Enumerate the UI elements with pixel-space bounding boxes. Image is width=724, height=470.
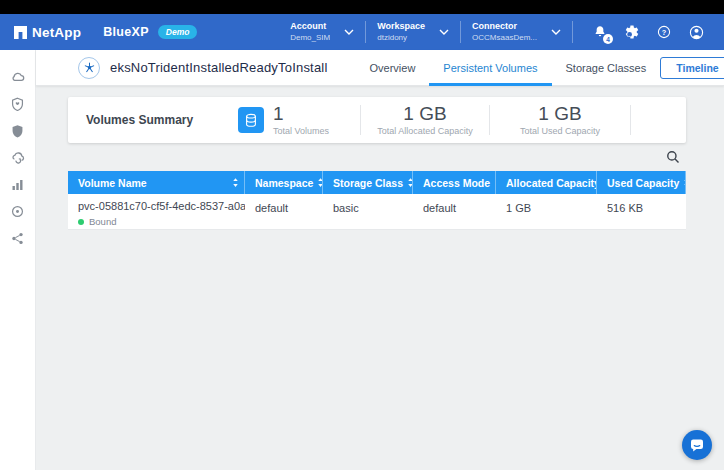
toolbar-actions: Timeline: [660, 55, 724, 81]
extend-share-icon: [11, 232, 24, 245]
chevron-down-icon: [344, 29, 354, 35]
workspace-dropdown[interactable]: Workspace dtzidony: [377, 21, 449, 42]
sidebar-item-control[interactable]: [6, 198, 30, 225]
column-header-access-mode[interactable]: Access Mode: [413, 171, 496, 194]
column-header-used-capacity[interactable]: Used Capacity: [597, 171, 686, 194]
cell-access-mode: default: [413, 194, 496, 229]
chevron-down-icon: [551, 29, 561, 35]
total-used-value: 1 GB: [538, 104, 581, 124]
company-name: NetApp: [32, 25, 81, 40]
cell-allocated-capacity: 1 GB: [496, 194, 597, 229]
sort-icon[interactable]: [683, 177, 686, 188]
sidebar-item-analysis[interactable]: [6, 171, 30, 198]
sidebar-item-health[interactable]: [6, 90, 30, 117]
total-used-label: Total Used Capacity: [520, 126, 600, 136]
svg-text:?: ?: [662, 28, 667, 37]
header-divider: [460, 21, 461, 43]
table-header: Volume Name Namespace Storage Class: [68, 171, 686, 194]
category-sidebar: [0, 50, 36, 470]
sidebar-item-mobility[interactable]: [6, 144, 30, 171]
product-name: BlueXP: [103, 25, 149, 39]
column-header-allocated-capacity[interactable]: Allocated Capacity: [496, 171, 597, 194]
account-label: Account: [290, 21, 330, 32]
cluster-name: eksNoTridentInstalledReadyToInstall: [110, 60, 328, 75]
column-header-namespace[interactable]: Namespace: [245, 171, 323, 194]
help-icon: ?: [656, 24, 672, 40]
stat-total-used: 1 GB Total Used Capacity: [490, 104, 630, 136]
status-badge: Bound: [89, 216, 116, 227]
total-volumes-label: Total Volumes: [273, 126, 329, 136]
brand: NetApp BlueXP Demo: [14, 25, 197, 40]
tab-storage-classes[interactable]: Storage Classes: [552, 50, 661, 85]
header-divider: [365, 21, 366, 43]
chat-support-button[interactable]: [682, 430, 712, 460]
table-row[interactable]: pvc-05881c70-cf5f-4edc-8537-a0a5ce36f9a1…: [68, 194, 686, 230]
search-button[interactable]: [662, 146, 684, 168]
cell-namespace: default: [245, 194, 323, 229]
user-menu-button[interactable]: [683, 19, 709, 45]
column-header-volume-name[interactable]: Volume Name: [68, 171, 245, 194]
control-gauge-icon: [11, 205, 24, 218]
volume-name: pvc-05881c70-cf5f-4edc-8537-a0a5ce36f9a1: [78, 200, 240, 212]
volumes-database-icon: [238, 107, 264, 133]
cell-storage-class: basic: [323, 194, 413, 229]
connector-value: OCCMsaasDem...: [472, 33, 537, 43]
help-button[interactable]: ?: [651, 19, 677, 45]
mobility-cloud-sync-icon: [11, 151, 25, 165]
storage-cloud-icon: [11, 70, 25, 84]
chevron-down-icon: [439, 29, 449, 35]
analysis-bar-chart-icon: [11, 178, 24, 191]
sort-icon[interactable]: [232, 177, 239, 188]
settings-button[interactable]: [619, 19, 645, 45]
account-value: Demo_SIM: [290, 33, 330, 43]
tab-persistent-volumes[interactable]: Persistent Volumes: [429, 50, 551, 85]
persistent-volumes-content: Volumes Summary 1 Total Volumes 1 GB: [36, 86, 724, 470]
column-header-storage-class[interactable]: Storage Class: [323, 171, 413, 194]
total-volumes-value: 1: [273, 104, 329, 124]
summary-divider: [630, 105, 631, 135]
timeline-button[interactable]: Timeline: [660, 57, 724, 79]
connector-label: Connector: [472, 21, 537, 32]
notification-count-badge: 4: [603, 34, 613, 44]
total-allocated-label: Total Allocated Capacity: [377, 126, 473, 136]
cell-used-capacity: 516 KB: [597, 194, 686, 229]
settings-gear-icon: [624, 24, 640, 40]
tab-overview[interactable]: Overview: [356, 50, 430, 85]
chat-bubble-icon: [689, 437, 705, 453]
notifications-button[interactable]: 4: [587, 19, 613, 45]
volumes-summary-card: Volumes Summary 1 Total Volumes 1 GB: [68, 97, 686, 143]
volumes-table: Volume Name Namespace Storage Class: [68, 171, 686, 230]
user-account-icon: [688, 24, 705, 41]
cluster-toolbar: eksNoTridentInstalledReadyToInstall Over…: [36, 50, 724, 86]
volume-status: Bound: [78, 216, 240, 227]
kubernetes-cluster-icon: [78, 57, 100, 79]
cluster-tabs: Overview Persistent Volumes Storage Clas…: [356, 50, 661, 85]
health-shield-heart-icon: [11, 97, 24, 111]
protection-shield-icon: [11, 124, 24, 138]
status-dot-icon: [78, 219, 84, 225]
total-allocated-value: 1 GB: [403, 104, 446, 124]
summary-title: Volumes Summary: [86, 113, 222, 127]
account-dropdown[interactable]: Account Demo_SIM: [290, 21, 354, 42]
bluexp-app: NetApp BlueXP Demo Account Demo_SIM Work…: [0, 0, 724, 470]
sidebar-item-extend[interactable]: [6, 225, 30, 252]
stat-total-allocated: 1 GB Total Allocated Capacity: [361, 104, 489, 136]
netapp-logo-icon: [14, 26, 27, 39]
workspace-value: dtzidony: [377, 33, 425, 43]
sidebar-item-protection[interactable]: [6, 117, 30, 144]
header-controls: Account Demo_SIM Workspace dtzidony: [290, 19, 712, 45]
workspace-label: Workspace: [377, 21, 425, 32]
connector-dropdown[interactable]: Connector OCCMsaasDem...: [472, 21, 561, 42]
stat-total-volumes: 1 Total Volumes: [238, 104, 360, 136]
table-tools: [68, 143, 686, 171]
demo-badge: Demo: [158, 25, 198, 39]
cell-volume-name: pvc-05881c70-cf5f-4edc-8537-a0a5ce36f9a1…: [68, 194, 245, 229]
app-header: NetApp BlueXP Demo Account Demo_SIM Work…: [0, 14, 724, 50]
header-divider: [572, 21, 573, 43]
sidebar-item-storage[interactable]: [6, 63, 30, 90]
browser-chrome-bar: [0, 0, 724, 14]
